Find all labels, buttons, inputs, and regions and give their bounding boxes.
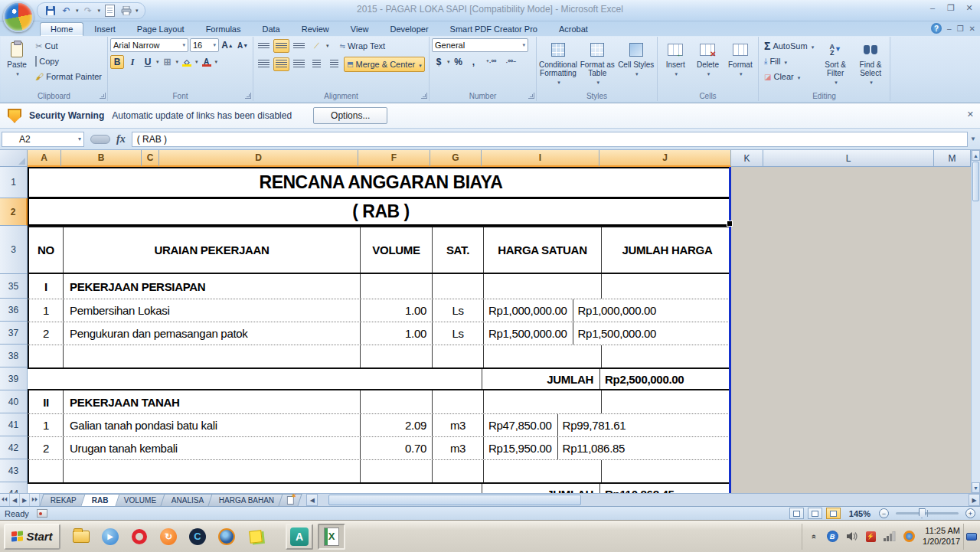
scroll-down-icon[interactable]: ▼ bbox=[972, 482, 980, 493]
sheet-tab-harga-bahan[interactable]: HARGA BAHAN bbox=[207, 494, 285, 506]
name-box-splitter[interactable] bbox=[90, 135, 110, 144]
undo-icon[interactable]: ↶ bbox=[60, 5, 73, 18]
cell-I42[interactable]: Rp15,950.00 bbox=[483, 437, 557, 459]
increase-decimal-icon[interactable]: ⁺·⁰⁰ bbox=[482, 55, 501, 69]
cell-F38[interactable] bbox=[360, 345, 432, 367]
cell-G38[interactable] bbox=[432, 345, 483, 367]
conditional-formatting-button[interactable]: Conditional Formatting bbox=[539, 38, 577, 89]
power-icon[interactable]: ⚡ bbox=[864, 531, 877, 543]
column-header-I[interactable]: I bbox=[482, 150, 599, 167]
cell-F37[interactable]: 1.00 bbox=[360, 322, 432, 345]
bold-button[interactable]: B bbox=[110, 55, 124, 69]
merge-center-button[interactable]: ⬒Merge & Center bbox=[344, 57, 425, 72]
cell-B43[interactable] bbox=[63, 460, 360, 482]
cell-I44[interactable]: JUMLAH bbox=[482, 484, 599, 493]
header-cell-uraian[interactable]: URAIAN PEKERJAAN bbox=[63, 227, 360, 273]
cell-A35[interactable]: I bbox=[29, 274, 63, 299]
column-header-F[interactable]: F bbox=[358, 150, 430, 167]
number-dialog-launcher-icon[interactable] bbox=[528, 93, 534, 99]
decrease-indent-icon[interactable] bbox=[309, 57, 325, 71]
sheet-tab-analisa[interactable]: ANALISA bbox=[160, 494, 214, 506]
row-header-44[interactable]: 44 bbox=[0, 482, 28, 493]
formula-input[interactable]: ( RAB ) bbox=[132, 132, 968, 147]
zoom-out-icon[interactable]: − bbox=[879, 508, 889, 518]
fill-button[interactable]: ⤓Fill bbox=[761, 54, 817, 69]
cell-I39[interactable]: JUMLAH bbox=[482, 369, 599, 389]
office-button[interactable] bbox=[3, 2, 34, 32]
orientation-icon[interactable]: ⟋ bbox=[309, 39, 325, 53]
font-size-combo[interactable]: 16 bbox=[190, 38, 219, 52]
cell-J37[interactable]: Rp1,500,000.00 bbox=[573, 322, 662, 345]
shareit-icon[interactable]: ↻ bbox=[158, 527, 178, 547]
help-icon[interactable]: ? bbox=[931, 23, 942, 34]
cut-button[interactable]: ✂Cut bbox=[32, 38, 105, 54]
cell-A44[interactable] bbox=[28, 484, 482, 493]
start-button[interactable]: Start bbox=[4, 524, 60, 550]
percent-style-icon[interactable]: % bbox=[452, 55, 466, 69]
cell-I40[interactable] bbox=[483, 390, 601, 413]
cell-J43[interactable] bbox=[601, 460, 733, 482]
align-top-icon[interactable] bbox=[256, 39, 272, 53]
zoom-slider-thumb[interactable] bbox=[919, 508, 926, 518]
cell-J39[interactable]: Rp2,500,000.00 bbox=[599, 369, 689, 389]
antivirus-icon[interactable] bbox=[903, 531, 915, 543]
volume-icon[interactable] bbox=[845, 531, 858, 543]
font-color-icon[interactable]: A bbox=[200, 55, 214, 69]
row-header-3[interactable]: 3 bbox=[0, 226, 28, 274]
accounting-format-icon[interactable]: $ bbox=[432, 55, 446, 69]
fill-color-icon[interactable]: ◇ bbox=[180, 55, 194, 69]
copy-button[interactable]: Copy bbox=[32, 54, 105, 69]
workbook-restore-button[interactable]: ❐ bbox=[957, 24, 964, 33]
column-header-G[interactable]: G bbox=[430, 150, 482, 167]
column-header-D[interactable]: D bbox=[159, 150, 358, 167]
cell-J38[interactable] bbox=[601, 345, 733, 367]
wrap-text-button[interactable]: ⇋Wrap Text bbox=[337, 38, 389, 54]
firefox-icon[interactable] bbox=[217, 527, 237, 547]
cell-B37[interactable]: Pengukuran dan pemasangan patok bbox=[63, 322, 360, 345]
cell-F35[interactable] bbox=[360, 274, 432, 299]
page-layout-view-icon[interactable] bbox=[808, 508, 822, 519]
zoom-in-icon[interactable]: + bbox=[965, 508, 975, 518]
find-select-button[interactable]: Find & Select bbox=[854, 38, 887, 89]
name-box[interactable]: A2 bbox=[2, 132, 84, 147]
column-header-B[interactable]: B bbox=[61, 150, 142, 167]
cell-J35[interactable] bbox=[601, 274, 733, 299]
cell-B36[interactable]: Pembersihan Lokasi bbox=[63, 299, 360, 322]
opera-icon[interactable] bbox=[129, 527, 149, 547]
cell-A37[interactable]: 2 bbox=[29, 322, 63, 345]
close-button[interactable]: ✕ bbox=[963, 3, 975, 13]
cell-G42[interactable]: m3 bbox=[432, 437, 483, 459]
alignment-dialog-launcher-icon[interactable] bbox=[421, 93, 427, 99]
align-middle-icon[interactable] bbox=[273, 39, 289, 53]
row-header-1[interactable]: 1 bbox=[0, 167, 28, 198]
restore-button[interactable]: ❐ bbox=[945, 3, 957, 13]
redo-dropdown-icon[interactable]: ▾ bbox=[98, 8, 101, 14]
cell-F42[interactable]: 0.70 bbox=[360, 437, 432, 459]
options-button[interactable]: Options... bbox=[313, 107, 387, 124]
sort-filter-button[interactable]: AZ▼ Sort & Filter bbox=[818, 38, 852, 89]
ribbon-tab-page-layout[interactable]: Page Layout bbox=[126, 22, 195, 36]
taskbar-window-excel[interactable]: X bbox=[318, 524, 345, 550]
cell-G35[interactable] bbox=[432, 274, 483, 299]
horizontal-scroll-thumb[interactable] bbox=[328, 495, 581, 505]
cell-B41[interactable]: Galian tanah pondasi batu kali bbox=[63, 414, 360, 436]
taskbar-window-translator[interactable]: A bbox=[286, 524, 313, 550]
header-cell-jumlah[interactable]: JUMLAH HARGA bbox=[601, 227, 733, 273]
cell-B38[interactable] bbox=[63, 345, 360, 367]
italic-button[interactable]: I bbox=[126, 55, 139, 69]
cell-J41[interactable]: Rp99,781.61 bbox=[557, 414, 632, 436]
cell-J36[interactable]: Rp1,000,000.00 bbox=[573, 299, 662, 322]
cell-J40[interactable] bbox=[601, 390, 733, 413]
zoom-slider[interactable] bbox=[896, 512, 959, 514]
network-icon[interactable] bbox=[884, 531, 896, 543]
workbook-close-button[interactable]: ✕ bbox=[969, 24, 975, 33]
security-bar-close-icon[interactable]: ✕ bbox=[967, 109, 974, 119]
cell-A2[interactable]: ( RAB ) bbox=[29, 199, 733, 224]
taskbar-clock[interactable]: 11:25 AM 1/20/2017 bbox=[923, 526, 960, 547]
align-right-icon[interactable] bbox=[291, 57, 307, 71]
clear-button[interactable]: ◪Clear bbox=[761, 69, 817, 84]
cell-I35[interactable] bbox=[483, 274, 601, 299]
page-break-preview-icon[interactable] bbox=[826, 508, 841, 519]
cell-NO3[interactable]: NO bbox=[29, 227, 63, 273]
horizontal-scrollbar[interactable]: ◀ ▶ bbox=[306, 494, 980, 506]
